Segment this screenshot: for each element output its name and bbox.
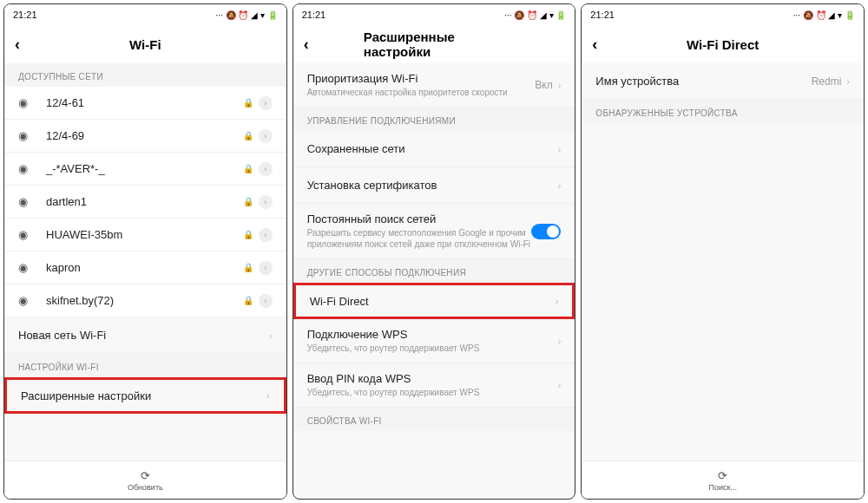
chevron-right-icon[interactable]: › [259,294,273,308]
saved-label: Сохраненные сети [307,142,558,155]
wifi-icon: ◉ [18,228,34,241]
lock-icon: 🔒 [243,164,253,173]
chevron-right-icon[interactable]: › [259,129,273,143]
search-icon: ⟳ [718,469,727,482]
network-row[interactable]: ◉12/4-61🔒› [4,87,286,120]
network-name: dartlen1 [46,195,243,208]
chevron-right-icon: › [558,80,562,90]
status-bar: 21:21 ··· 🔕 ⏰ ◢ ▾ 🔋 [582,4,864,25]
wifi-icon: ◉ [18,261,34,274]
page-title: Расширенные настройки [364,29,504,59]
chevron-right-icon: › [556,296,559,306]
advanced-settings-row[interactable]: Расширенные настройки› [4,377,286,414]
scan-sub: Разрешить сервису местоположения Google … [307,227,532,250]
priority-row[interactable]: Приоритизация Wi-FiАвтоматическая настро… [293,63,575,108]
chevron-right-icon: › [558,144,562,154]
network-name: kapron [46,261,243,274]
chevron-right-icon: › [558,180,562,191]
network-row[interactable]: ◉_-*AVER*-_🔒› [4,153,286,186]
chevron-right-icon[interactable]: › [259,96,273,110]
status-time: 21:21 [590,10,615,20]
priority-sub: Автоматическая настройка приоритетов ско… [307,87,536,98]
wifi-direct-label: Wi-Fi Direct [310,295,556,308]
chevron-right-icon[interactable]: › [259,261,273,275]
network-row[interactable]: ◉kapron🔒› [4,252,286,284]
refresh-icon: ⟳ [141,469,150,482]
back-icon[interactable]: ‹ [304,36,309,54]
advanced-label: Расширенные настройки [21,389,266,402]
header: ‹ Wi-Fi [4,25,286,63]
wps-title: Подключение WPS [307,328,558,341]
status-bar: 21:21 ··· 🔕 ⏰ ◢ ▾ 🔋 [293,4,575,25]
search-button[interactable]: ⟳Поиск... [582,461,864,499]
page-title: Wi-Fi Direct [687,37,759,52]
chevron-right-icon: › [846,76,850,87]
pin-title: Ввод PIN кода WPS [307,372,558,385]
chevron-right-icon[interactable]: › [259,195,273,209]
network-list: ◉12/4-61🔒› ◉12/4-69🔒› ◉_-*AVER*-_🔒› ◉dar… [4,87,286,317]
refresh-button[interactable]: ⟳Обновить [4,461,286,499]
network-row[interactable]: ◉dartlen1🔒› [4,186,286,219]
lock-icon: 🔒 [243,98,253,108]
section-settings: НАСТРОЙКИ WI-FI [4,354,286,377]
phone-direct: 21:21 ··· 🔕 ⏰ ◢ ▾ 🔋 ‹ Wi-Fi Direct Имя у… [581,3,865,500]
scan-title: Постоянный поиск сетей [307,212,532,225]
section-connections: УПРАВЛЕНИЕ ПОДКЛЮЧЕНИЯМИ [293,108,575,131]
page-title: Wi-Fi [129,37,161,52]
wifi-icon: ◉ [18,96,34,109]
chevron-right-icon[interactable]: › [259,162,273,176]
new-network-row[interactable]: Новая сеть Wi-Fi› [4,317,286,354]
wifi-icon: ◉ [18,129,34,142]
lock-icon: 🔒 [243,230,253,239]
priority-title: Приоритизация Wi-Fi [307,72,536,85]
header: ‹ Расширенные настройки [293,25,575,63]
wps-row[interactable]: Подключение WPSУбедитесь, что роутер под… [293,319,575,363]
network-name: _-*AVER*-_ [46,162,243,175]
wifi-icon: ◉ [18,294,34,307]
status-bar: 21:21 ··· 🔕 ⏰ ◢ ▾ 🔋 [4,4,286,25]
lock-icon: 🔒 [243,197,253,206]
chevron-right-icon: › [558,380,562,390]
chevron-right-icon: › [269,330,273,341]
chevron-right-icon[interactable]: › [259,228,273,242]
network-row[interactable]: ◉skifnet.by(72)🔒› [4,284,286,317]
chevron-right-icon: › [266,390,270,401]
search-label: Поиск... [708,483,736,492]
status-icons: ··· 🔕 ⏰ ◢ ▾ 🔋 [215,10,277,20]
network-name: skifnet.by(72) [46,294,243,307]
status-time: 21:21 [13,10,37,20]
lock-icon: 🔒 [243,296,253,305]
priority-value: Вкл [535,79,552,91]
wps-pin-row[interactable]: Ввод PIN кода WPSУбедитесь, что роутер п… [293,363,575,408]
lock-icon: 🔒 [243,131,253,140]
install-certs-row[interactable]: Установка сертификатов› [293,167,575,204]
chevron-right-icon: › [558,336,562,346]
wifi-icon: ◉ [18,195,34,208]
section-properties: СВОЙСТВА WI-FI [293,408,575,431]
new-network-label: Новая сеть Wi-Fi [18,329,269,342]
saved-networks-row[interactable]: Сохраненные сети› [293,131,575,167]
refresh-label: Обновить [128,483,163,492]
back-icon[interactable]: ‹ [15,36,20,54]
pin-sub: Убедитесь, что роутер поддерживает WPS [307,387,558,398]
lock-icon: 🔒 [243,263,253,272]
network-name: 12/4-69 [46,129,243,142]
network-row[interactable]: ◉HUAWEI-35bm🔒› [4,219,286,252]
wifi-icon: ◉ [18,162,34,175]
wifi-direct-row[interactable]: Wi-Fi Direct› [293,283,575,319]
device-label: Имя устройства [595,75,811,88]
status-icons: ··· 🔕 ⏰ ◢ ▾ 🔋 [504,10,566,20]
device-value: Redmi [812,75,842,88]
phone-wifi: 21:21 ··· 🔕 ⏰ ◢ ▾ 🔋 ‹ Wi-Fi ДОСТУПНЫЕ СЕ… [3,3,287,500]
scan-toggle[interactable] [531,224,561,239]
status-icons: ··· 🔕 ⏰ ◢ ▾ 🔋 [793,10,855,20]
section-other: ДРУГИЕ СПОСОБЫ ПОДКЛЮЧЕНИЯ [293,259,575,283]
status-time: 21:21 [302,10,326,20]
section-available: ДОСТУПНЫЕ СЕТИ [4,63,286,87]
scan-always-row: Постоянный поиск сетейРазрешить сервису … [293,204,575,259]
back-icon[interactable]: ‹ [592,36,597,54]
network-row[interactable]: ◉12/4-69🔒› [4,120,286,153]
network-name: 12/4-61 [46,96,243,109]
certs-label: Установка сертификатов [307,179,558,192]
device-name-row[interactable]: Имя устройстваRedmi› [582,63,864,100]
